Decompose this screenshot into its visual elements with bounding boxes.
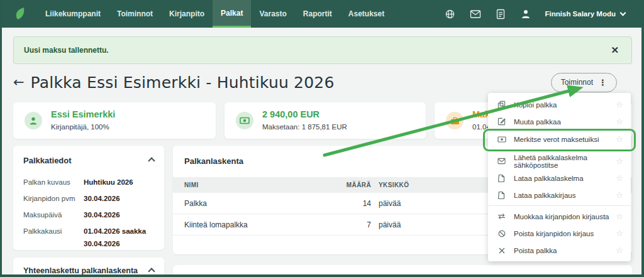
nav-item-raportit[interactable]: Raportit (295, 0, 340, 28)
menu-item-poista-kirjanpidon-kirjaus[interactable]: Poista kirjanpidon kirjaus ☆ (488, 225, 631, 242)
star-icon[interactable]: ☆ (616, 100, 623, 109)
detail-row: Palkan kuvaus Huhtikuu 2026 (23, 174, 154, 190)
menu-item-label: Lataa palkkakirjaus (514, 192, 575, 199)
palkkatiedot-panel: Palkkatiedot Palkan kuvaus Huhtikuu 2026… (13, 146, 164, 250)
employee-role: Kirjanpitäjä, 100% (51, 123, 109, 131)
detail-row: Palkkakausi 01.04.2026 saakka 30.04.2026 (23, 223, 154, 250)
cell-nimi: Kiinteä lomapalkka (173, 220, 336, 229)
menu-item-muuta-palkkaa[interactable]: Muuta palkkaa ☆ (488, 113, 631, 130)
salary-amount: 2 940,00 EUR (262, 109, 319, 119)
chevron-down-icon (620, 10, 626, 16)
detail-label: Palkkakausi (23, 223, 84, 250)
nav-item-label: Liikekumppanit (45, 9, 101, 18)
user-icon[interactable] (520, 8, 531, 19)
detail-label: Palkan kuvaus (23, 174, 84, 190)
star-icon[interactable]: ☆ (616, 246, 623, 255)
cell-maara: 7 (336, 220, 371, 229)
menu-item-label: Muokkaa kirjanpidon kirjausta (514, 213, 609, 220)
copy-icon (497, 100, 506, 109)
menu-item-label: Poista palkka (514, 247, 557, 254)
star-icon[interactable]: ☆ (616, 190, 623, 200)
nav-item-label: Kirjanpito (169, 9, 204, 18)
page-header: ← Palkka Essi Esimerkki - Huhtikuu 2026 … (13, 69, 632, 95)
menu-divider (488, 205, 631, 206)
detail-row: Kirjanpidon pvm 30.04.2026 (23, 190, 154, 207)
employee-name: Essi Esimerkki (51, 109, 115, 119)
app-window: Liikekumppanit Toiminnot Kirjanpito Palk… (0, 0, 644, 277)
kebab-menu-icon: ⋮ (599, 78, 607, 87)
salary-paid-amount: Maksetaan: 1 875,81 EUR (262, 123, 347, 131)
nav-item-asetukset[interactable]: Asetukset (340, 0, 392, 28)
detail-value: Huhtikuu 2026 (84, 174, 133, 190)
star-icon[interactable]: ☆ (616, 212, 623, 221)
close-icon[interactable]: ✕ (608, 45, 621, 56)
menu-item-poista-palkka[interactable]: Poista palkka ☆ (488, 242, 631, 259)
table-title: Palkanlaskenta (184, 156, 243, 166)
mail-icon[interactable] (470, 8, 481, 19)
menu-item-muokkaa-kirjanpidon-kirjausta[interactable]: Muokkaa kirjanpidon kirjausta ☆ (488, 208, 631, 225)
nav-item-label: Asetukset (348, 9, 384, 18)
nav-item-toiminnot[interactable]: Toiminnot (109, 0, 161, 28)
nav-menu: Liikekumppanit Toiminnot Kirjanpito Palk… (37, 0, 392, 28)
detail-value: 30.04.2026 (84, 207, 120, 223)
column-header-maara: MÄÄRÄ (336, 182, 371, 188)
swap-icon (497, 213, 506, 220)
star-icon[interactable]: ☆ (616, 156, 623, 166)
nav-utilities: Finnish Salary Modu (445, 0, 641, 28)
star-icon[interactable]: ☆ (616, 229, 623, 238)
column-header-nimi: NIMI (173, 182, 336, 188)
star-icon[interactable]: ☆ (616, 134, 623, 144)
app-logo[interactable] (2, 0, 37, 28)
top-navbar: Liikekumppanit Toiminnot Kirjanpito Palk… (2, 0, 641, 28)
page-title: Palkka Essi Esimerkki - Huhtikuu 2026 (31, 73, 335, 92)
actions-button-label: Toiminnot (561, 78, 593, 87)
nav-item-label: Palkat (221, 9, 243, 18)
cell-maara: 14 (336, 199, 371, 208)
menu-item-lataa-palkkakirjaus[interactable]: Lataa palkkakirjaus ☆ (488, 187, 631, 204)
nav-item-liikekumppanit[interactable]: Liikekumppanit (37, 0, 109, 28)
menu-item-merkitse-verot-maksetuiksi[interactable]: Merkitse verot maksetuiksi ☆ (488, 131, 631, 148)
edit-icon (497, 117, 506, 126)
panel-title: Yhteenlaskettu palkanlaskenta (23, 266, 138, 275)
yhteenlaskettu-panel: Yhteenlaskettu palkanlaskenta (13, 258, 164, 277)
menu-item-label: Lähetä palkkalaskelma sähköpostitse (514, 154, 616, 169)
nav-item-label: Varasto (259, 9, 286, 18)
menu-item-label: Lataa palkkalaskelma (514, 175, 584, 182)
star-icon[interactable]: ☆ (616, 117, 623, 126)
menu-item-lataa-palkkalaskelma[interactable]: Lataa palkkalaskelma ☆ (488, 170, 631, 187)
salary-amount-card: 2 940,00 EUR Maksetaan: 1 875,81 EUR (225, 102, 426, 139)
menu-item-label: Muuta palkkaa (514, 118, 561, 126)
toiminnot-actions-button[interactable]: Toiminnot ⋮ (551, 73, 617, 92)
detail-row: Maksupäivä 30.04.2026 (23, 207, 154, 223)
nav-item-kirjanpito[interactable]: Kirjanpito (161, 0, 213, 28)
leaf-icon (13, 6, 27, 21)
user-icon (25, 112, 42, 129)
menu-item-label: Merkitse verot maksetuiksi (514, 136, 599, 143)
document-icon[interactable] (495, 8, 506, 19)
star-icon[interactable]: ☆ (616, 173, 623, 183)
nav-item-varasto[interactable]: Varasto (251, 0, 294, 28)
close-icon (497, 247, 506, 254)
employee-card: Essi Esimerkki Kirjanpitäjä, 100% (13, 102, 216, 139)
collapse-chevron-icon[interactable] (148, 157, 155, 164)
menu-item-label: Poista kirjanpidon kirjaus (514, 230, 594, 237)
menu-item-label: Kopioi palkka (514, 101, 557, 109)
detail-value: 30.04.2026 (84, 190, 120, 207)
cell-nimi: Palkka (173, 199, 336, 208)
briefcase-icon (446, 112, 464, 129)
module-selector[interactable]: Finnish Salary Modu (545, 10, 625, 18)
collapse-chevron-icon[interactable] (148, 268, 155, 274)
panel-title: Palkkatiedot (23, 156, 72, 165)
block-icon (497, 230, 506, 237)
notification-message: Uusi maksu tallennettu. (24, 46, 109, 55)
detail-rows: Palkan kuvaus Huhtikuu 2026 Kirjanpidon … (23, 174, 154, 250)
detail-label: Kirjanpidon pvm (23, 190, 84, 207)
file-icon (497, 174, 506, 182)
menu-item-kopioi-palkka[interactable]: Kopioi palkka ☆ (488, 96, 631, 113)
menu-item-laheta-palkkalaskelma[interactable]: Lähetä palkkalaskelma sähköpostitse ☆ (488, 153, 631, 170)
nav-item-palkat[interactable]: Palkat (213, 0, 251, 28)
back-arrow-icon[interactable]: ← (13, 75, 25, 90)
globe-icon[interactable] (445, 8, 456, 19)
nav-item-label: Toiminnot (117, 9, 153, 18)
toiminnot-dropdown-menu: Kopioi palkka ☆ Muuta palkkaa ☆ Merkitse… (488, 93, 631, 261)
